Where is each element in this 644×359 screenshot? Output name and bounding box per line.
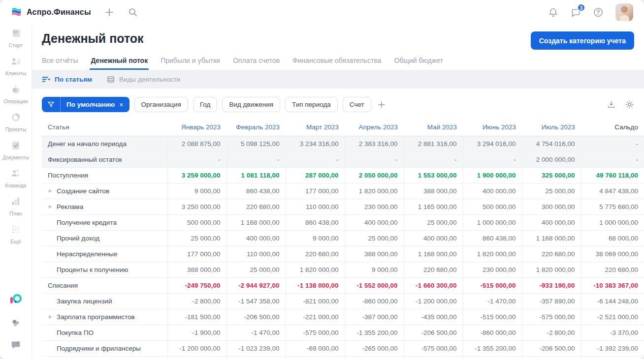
sidebar-item-label: Ещё <box>10 239 21 244</box>
add-filter-icon[interactable] <box>377 100 386 109</box>
support-chat-icon[interactable] <box>10 339 21 350</box>
column-header-month[interactable]: Июнь 2023 <box>463 119 522 136</box>
sidebar-item-clients[interactable]: Клиенты <box>5 57 26 76</box>
cell-value: -1 660 300,00 <box>404 277 463 293</box>
active-filter-pill[interactable]: По умолчанию × <box>42 97 129 112</box>
cell-value: -2 900,00 <box>167 356 226 359</box>
sidebar-item-start[interactable]: Старт <box>9 29 23 48</box>
download-icon[interactable] <box>607 100 616 109</box>
column-header-month[interactable]: Июль 2023 <box>522 119 581 136</box>
cell-value: 1 553 000,00 <box>404 167 463 183</box>
row-label: Прочий доход <box>57 235 99 242</box>
cell-value: 388 000,00 <box>345 246 404 262</box>
column-header-month[interactable]: Февраль 2023 <box>226 119 286 136</box>
help-icon[interactable] <box>593 7 604 18</box>
sidebar-item-documents[interactable]: Документы <box>2 141 29 160</box>
column-header-month[interactable]: Апрель 2023 <box>345 119 404 136</box>
cell-value: 25 000,00 <box>522 183 581 199</box>
tab-inactive[interactable]: Финансовые обязательства <box>292 57 381 70</box>
cell-value: 1 820 000,00 <box>522 262 581 277</box>
filter-chip[interactable]: Тип периода <box>285 97 338 112</box>
filter-chip[interactable]: Вид движения <box>222 97 280 112</box>
cell-value: 230 000,00 <box>345 199 404 214</box>
filter-chip[interactable]: Год <box>193 97 218 112</box>
tab-inactive[interactable]: Оплата счетов <box>233 57 280 70</box>
create-category-button[interactable]: Создать категорию учета <box>531 31 634 50</box>
cashflow-table: СтатьяЯнварь 2023Февраль 2023Март 2023Ап… <box>42 119 644 359</box>
sidebar-item-more[interactable]: Ещё <box>10 225 21 244</box>
expand-plus-icon[interactable]: + <box>48 187 53 194</box>
subtab-rows[interactable]: Виды деятельности <box>107 76 180 83</box>
cell-value: 220 680,00 <box>581 262 644 277</box>
table-row: Поступления3 259 000,001 081 118,00287 0… <box>42 167 644 183</box>
cell-value: - <box>167 151 226 167</box>
sidebar-item-projects[interactable]: Проекты <box>5 113 26 132</box>
cell-value: 860 438,00 <box>463 230 522 246</box>
sidebar-item-team[interactable]: Команда <box>5 169 27 188</box>
tab-active[interactable]: Денежный поток <box>91 57 148 70</box>
cell-value: -2 800,00 <box>522 325 581 340</box>
view-mode-band: По статьямВиды деятельности <box>32 70 644 89</box>
row-label: Закупка лицензий <box>57 298 112 305</box>
app-name: Аспро.Финансы <box>27 8 91 17</box>
messages-chat-icon[interactable]: 3 <box>570 7 581 18</box>
cell-value: -1 552 000,00 <box>345 277 404 293</box>
cell-value: 220 680,00 <box>522 246 581 262</box>
report-tabs: Все отчётыДенежный потокПрибыли и убытки… <box>42 57 634 70</box>
cell-value: 400 000,00 <box>522 214 581 230</box>
row-label: Зарплата программистов <box>57 313 135 321</box>
sidebar-item-label: Документы <box>2 154 29 160</box>
sidebar-item-plan[interactable]: План <box>9 197 22 216</box>
table-settings-gear-icon[interactable] <box>625 100 634 109</box>
column-header-month[interactable]: Март 2023 <box>286 119 345 136</box>
brand[interactable]: Аспро.Финансы <box>11 7 91 18</box>
app-window: Аспро.Финансы 3 СтартКлие <box>0 0 644 359</box>
filter-clear-icon[interactable]: × <box>119 101 123 109</box>
subtab-sort-lines[interactable]: По статьям <box>42 76 92 83</box>
cell-value: -2 944 927,00 <box>226 277 286 293</box>
cell-value: 1 000 000,00 <box>581 214 644 230</box>
cell-value: -860 000,00 <box>345 356 404 359</box>
tab-inactive[interactable]: Все отчёты <box>42 57 78 70</box>
tab-inactive[interactable]: Прибыли и убытки <box>161 57 220 70</box>
cell-value: -1 200 000,00 <box>404 356 463 359</box>
cell-value: -6 144 248,00 <box>581 293 644 309</box>
cell-value: -1 470,00 <box>226 325 286 340</box>
row-label: Подрядчики и фрилансеры <box>57 345 141 352</box>
cell-value: - <box>286 151 345 167</box>
table-row: +Зарплата программистов-181 500,00-206 5… <box>42 309 644 325</box>
more-icon <box>10 225 21 237</box>
sidebar-item-label: Клиенты <box>5 70 26 76</box>
cell-value: 1 900 000,00 <box>463 167 522 183</box>
cell-value: -575 000,00 <box>404 340 463 356</box>
search-icon[interactable] <box>128 7 138 18</box>
cell-value: 4 847 438,00 <box>581 183 644 199</box>
cell-value: -265 000,00 <box>345 340 404 356</box>
cell-value: 2 088 875,00 <box>167 136 226 151</box>
cell-value: - <box>226 151 286 167</box>
filter-chip[interactable]: Организация <box>134 97 188 112</box>
cell-value: 287 000,00 <box>286 167 345 183</box>
cell-value: -206 500,00 <box>226 309 286 325</box>
column-header-month[interactable]: Май 2023 <box>404 119 463 136</box>
cell-value: 2 000 000,00 <box>522 151 581 167</box>
plan-icon <box>10 197 21 209</box>
add-icon[interactable] <box>104 7 115 18</box>
user-avatar[interactable] <box>615 3 633 21</box>
cell-value: -515 000,00 <box>463 309 522 325</box>
sidebar-item-operations[interactable]: Операции <box>3 85 28 104</box>
cell-value: 400 000,00 <box>463 183 522 199</box>
expand-plus-icon[interactable]: + <box>48 203 53 210</box>
apps-icon[interactable] <box>10 318 21 329</box>
filter-chip[interactable]: Счет <box>343 97 371 112</box>
cell-value: - <box>345 151 404 167</box>
column-header-month[interactable]: Январь 2023 <box>167 119 226 136</box>
expand-plus-icon[interactable]: + <box>48 313 53 320</box>
cell-value: 300 000,00 <box>522 199 581 214</box>
tab-inactive[interactable]: Общий бюджет <box>394 57 443 70</box>
cell-value: -2 521 000,00 <box>581 309 644 325</box>
aspro-logo-icon[interactable] <box>9 294 22 307</box>
notifications-bell-icon[interactable] <box>547 7 558 18</box>
table-row: Получение кредита500 000,001 168 000,008… <box>42 214 644 230</box>
cell-value: -575 000,00 <box>286 325 345 340</box>
